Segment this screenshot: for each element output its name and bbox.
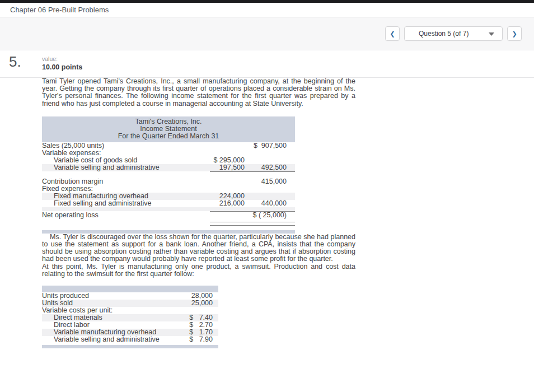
table-row: Sales (25,000 units)$ 907,500 [42,142,295,150]
chevron-down-icon [489,32,494,36]
production-data-table: Units produced28,000Units sold25,000Vari… [42,286,218,348]
statement-period: For the Quarter Ended March 31 [42,133,295,140]
row-value: 216,000 [210,200,245,207]
row-value: 197,500 [210,164,245,172]
prev-question-button[interactable]: ❮ [385,26,400,41]
row-value: $ ( 25,000) [245,211,295,219]
table-row [42,226,295,230]
table-row: Variable selling and administrative197,5… [42,164,295,172]
row-value: 415,000 [245,178,295,185]
row-value [210,178,245,185]
question-select-value: Question 5 (of 7) [419,30,469,38]
row-value: $ 295,000 [210,157,245,164]
problem-body: Tami Tyler opened Tami's Creations, Inc.… [42,78,355,348]
row-value: 492,500 [245,164,295,172]
row-value: $ 907,500 [245,142,295,150]
row-label: Net operating loss [42,211,210,219]
table-row: Variable cost of goods sold$ 295,000 [42,157,295,164]
row-label: Fixed selling and administrative [42,200,210,207]
intro-paragraph: Tami Tyler opened Tami's Creations, Inc.… [42,78,355,108]
income-statement-header: Tami's Creations, Inc. Income Statement … [42,116,295,142]
row-value: 440,000 [245,200,295,207]
row-value [210,207,245,211]
income-statement-table: Tami's Creations, Inc. Income Statement … [42,116,295,234]
question-value-row: 5. value: 10.00 points [0,50,534,78]
row-label: Variable expenses: [42,150,210,157]
statement-title: Income Statement [42,125,295,133]
row-value [210,142,245,150]
question-nav-band: ❮ Question 5 (of 7) ❯ [0,17,534,50]
chevron-left-icon: ❮ [390,30,395,38]
row-value [210,226,245,230]
table-footer-band [42,345,218,348]
next-question-button[interactable]: ❯ [507,26,522,41]
row-label: Variable cost of goods sold [42,157,210,164]
table-row: Fixed selling and administrative216,0004… [42,200,295,207]
page-title: Chapter 06 Pre-Built Problems [10,6,109,14]
points-value: 10.00 points [42,63,82,71]
row-value [245,150,295,157]
discussion-paragraph: Ms. Tyler is discouraged over the loss s… [42,234,355,263]
row-value [245,185,295,193]
question-select[interactable]: Question 5 (of 7) [404,26,503,41]
row-value [210,150,245,157]
row-value [245,226,295,230]
income-statement-rows: Sales (25,000 units)$ 907,500Variable ex… [42,142,295,230]
value-label: value: [42,56,82,62]
row-label: Variable selling and administrative [42,164,210,172]
row-value: $ 7.90 [176,336,218,343]
row-value [210,171,245,178]
row-label: Sales (25,000 units) [42,142,210,150]
table-row: Variable expenses: [42,150,295,157]
production-intro-paragraph: At this point, Ms. Tyler is manufacturin… [42,263,355,278]
table-row: Net operating loss$ ( 25,000) [42,211,295,219]
row-value: 25,000 [176,300,218,307]
question-nav-controls: ❮ Question 5 (of 7) ❯ [385,26,522,41]
row-label: Variable selling and administrative [42,336,176,343]
row-value [245,157,295,164]
app-header: Chapter 06 Pre-Built Problems [0,3,534,17]
value-block: value: 10.00 points [42,54,82,71]
question-number: 5. [9,54,42,69]
row-value [210,211,245,219]
row-label [42,226,210,230]
table-row: Variable selling and administrative$ 7.9… [42,336,218,343]
company-name: Tami's Creations, Inc. [42,118,295,125]
production-data-rows: Units produced28,000Units sold25,000Vari… [42,292,218,343]
chevron-right-icon: ❯ [512,30,517,38]
